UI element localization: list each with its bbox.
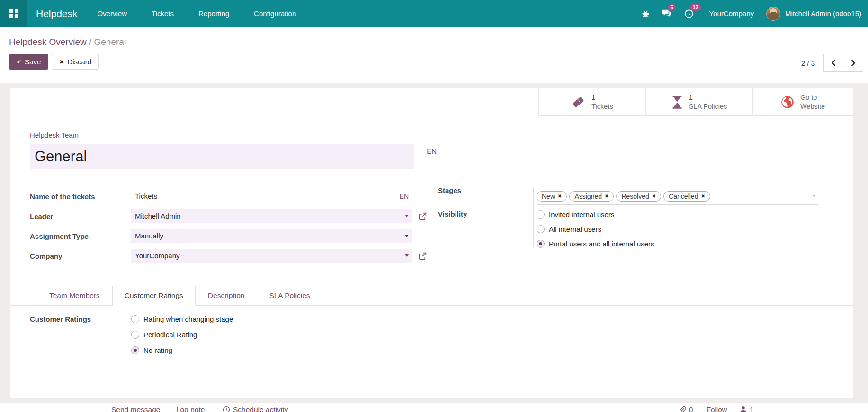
form-action-buttons: ✔ Save ✖ Discard bbox=[9, 54, 99, 70]
team-name-input[interactable]: General bbox=[30, 144, 414, 169]
visibility-option-portal[interactable]: Portal users and all internal users bbox=[537, 237, 654, 251]
schedule-activity-button[interactable]: Schedule activity bbox=[223, 405, 288, 412]
radio-checked-icon[interactable] bbox=[131, 346, 139, 354]
tickets-count: 1 bbox=[591, 93, 613, 102]
assignment-type-select[interactable]: Manually bbox=[131, 229, 412, 243]
field-row-assignment-type: Assignment Type Manually bbox=[30, 226, 456, 246]
remove-tag-icon[interactable]: ✖ bbox=[652, 193, 656, 199]
customer-ratings-label: Customer Ratings bbox=[30, 315, 91, 323]
app-name[interactable]: Helpdesk bbox=[36, 8, 78, 19]
messages-badge: 5 bbox=[668, 4, 676, 11]
visibility-label: Visibility bbox=[438, 206, 537, 251]
website-label-line2: Website bbox=[800, 102, 825, 111]
user-name: Mitchell Admin (odoo15) bbox=[785, 9, 861, 18]
dropdown-caret-icon bbox=[405, 215, 409, 217]
tags-dropdown-caret-icon[interactable] bbox=[812, 195, 816, 197]
ticket-name-lang-badge[interactable]: EN bbox=[400, 193, 409, 200]
radio-unchecked-icon[interactable] bbox=[537, 210, 545, 219]
attachment-count: 0 bbox=[689, 405, 693, 412]
radio-unchecked-icon[interactable] bbox=[131, 315, 139, 323]
globe-icon bbox=[781, 96, 794, 109]
activities-clock-icon[interactable]: 12 bbox=[678, 0, 700, 27]
breadcrumb-parent[interactable]: Helpdesk Overview bbox=[9, 37, 87, 47]
team-type-label: Helpdesk Team bbox=[30, 131, 437, 139]
paperclip-icon bbox=[679, 406, 686, 412]
stage-tag: New✖ bbox=[537, 191, 567, 202]
group-separator-line bbox=[533, 188, 534, 247]
followers-button[interactable]: 1 bbox=[740, 405, 753, 412]
field-row-company: Company YourCompany bbox=[30, 246, 456, 266]
tab-team-members[interactable]: Team Members bbox=[37, 286, 112, 306]
menu-tickets[interactable]: Tickets bbox=[139, 0, 186, 27]
field-row-stages: Stages New✖ Assigned✖ Resolved✖ Cancelle… bbox=[438, 186, 841, 206]
follower-person-icon bbox=[740, 406, 747, 412]
tab-description[interactable]: Description bbox=[196, 286, 257, 306]
leader-input[interactable]: Mitchell Admin bbox=[131, 209, 412, 223]
dropdown-caret-icon bbox=[405, 254, 409, 257]
messages-icon[interactable]: 5 bbox=[656, 0, 678, 27]
tab-sla-policies[interactable]: SLA Policies bbox=[257, 286, 322, 306]
radio-unchecked-icon[interactable] bbox=[131, 331, 139, 339]
follower-count: 1 bbox=[750, 405, 753, 412]
rating-option-periodical[interactable]: Periodical Rating bbox=[131, 327, 233, 342]
stat-button-sla-policies[interactable]: 1 SLA Policies bbox=[645, 88, 752, 116]
menu-reporting[interactable]: Reporting bbox=[186, 0, 242, 27]
follow-button[interactable]: Follow bbox=[707, 405, 727, 412]
visibility-option-all-internal[interactable]: All internal users bbox=[537, 222, 654, 237]
sla-label: SLA Policies bbox=[689, 102, 727, 111]
remove-tag-icon[interactable]: ✖ bbox=[558, 193, 562, 199]
log-note-button[interactable]: Log note bbox=[176, 405, 205, 412]
chatter-bar: Send message Log note Schedule activity … bbox=[0, 403, 868, 412]
remove-tag-icon[interactable]: ✖ bbox=[605, 193, 608, 199]
form-sheet: 1 Tickets 1 SLA Policies Go to Website bbox=[10, 88, 853, 398]
ticket-name-label: Name of the tickets bbox=[30, 193, 131, 201]
pager-next-button[interactable] bbox=[843, 54, 863, 72]
remove-tag-icon[interactable]: ✖ bbox=[701, 193, 705, 199]
company-external-link-icon[interactable] bbox=[419, 252, 427, 260]
pager-previous-button[interactable] bbox=[823, 54, 843, 72]
hourglass-icon bbox=[671, 96, 683, 109]
ticket-name-input[interactable]: Tickets EN bbox=[131, 189, 412, 203]
title-block: Helpdesk Team General EN bbox=[30, 131, 437, 169]
tickets-label: Tickets bbox=[591, 102, 613, 111]
user-menu[interactable]: Mitchell Admin (odoo15) bbox=[766, 7, 861, 21]
user-avatar bbox=[766, 7, 780, 21]
rating-option-stage-change[interactable]: Rating when changing stage bbox=[131, 311, 233, 327]
field-row-leader: Leader Mitchell Admin bbox=[30, 206, 456, 226]
navbar-systray: 5 12 YourCompany Mitchell Admin (odoo15) bbox=[635, 0, 868, 27]
stages-tags-input[interactable]: New✖ Assigned✖ Resolved✖ Cancelled✖ bbox=[537, 188, 818, 205]
rating-option-no-rating[interactable]: No rating bbox=[131, 342, 233, 358]
apps-menu-button[interactable] bbox=[0, 0, 27, 27]
leader-external-link-icon[interactable] bbox=[419, 212, 427, 220]
breadcrumb: Helpdesk Overview / General bbox=[9, 37, 126, 47]
stat-button-go-to-website[interactable]: Go to Website bbox=[752, 88, 853, 116]
company-switcher[interactable]: YourCompany bbox=[709, 9, 754, 18]
field-row-visibility: Visibility Invited internal users All in… bbox=[438, 206, 841, 251]
group-separator-line bbox=[124, 310, 124, 367]
menu-overview[interactable]: Overview bbox=[85, 0, 140, 27]
menu-configuration[interactable]: Configuration bbox=[242, 0, 308, 27]
discard-button[interactable]: ✖ Discard bbox=[52, 54, 99, 70]
chevron-right-icon bbox=[850, 60, 856, 66]
stage-tag: Assigned✖ bbox=[569, 191, 614, 202]
radio-checked-icon[interactable] bbox=[537, 240, 545, 248]
top-navbar: Helpdesk Overview Tickets Reporting Conf… bbox=[0, 0, 868, 27]
breadcrumb-current: General bbox=[94, 37, 126, 47]
company-input[interactable]: YourCompany bbox=[131, 249, 412, 263]
radio-unchecked-icon[interactable] bbox=[537, 225, 545, 233]
stat-button-tickets[interactable]: 1 Tickets bbox=[538, 88, 645, 116]
apps-grid-icon bbox=[9, 9, 18, 18]
ratings-options: Rating when changing stage Periodical Ra… bbox=[131, 311, 233, 358]
send-message-button[interactable]: Send message bbox=[111, 405, 160, 412]
team-name-lang-badge[interactable]: EN bbox=[427, 144, 437, 155]
stat-button-box: 1 Tickets 1 SLA Policies Go to Website bbox=[538, 88, 853, 116]
website-label-line1: Go to bbox=[800, 93, 825, 102]
assignment-type-label: Assignment Type bbox=[30, 232, 131, 240]
attachments-button[interactable]: 0 bbox=[679, 405, 693, 412]
notebook-tabs: Team Members Customer Ratings Descriptio… bbox=[10, 286, 853, 306]
save-button[interactable]: ✔ Save bbox=[9, 54, 48, 70]
visibility-option-invited[interactable]: Invited internal users bbox=[537, 207, 654, 222]
debug-bug-icon[interactable] bbox=[635, 0, 656, 27]
tab-customer-ratings[interactable]: Customer Ratings bbox=[112, 286, 196, 306]
visibility-options: Invited internal users All internal user… bbox=[537, 206, 654, 251]
